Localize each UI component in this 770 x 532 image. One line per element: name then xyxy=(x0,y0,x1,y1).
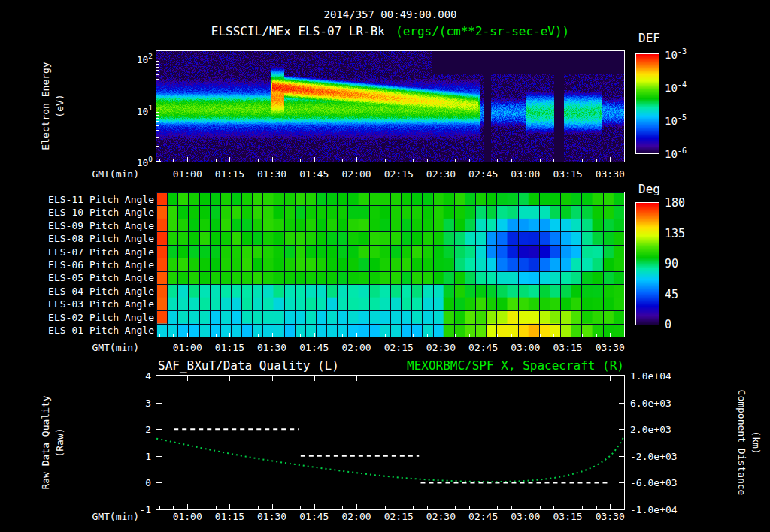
pitch-angle-canvas xyxy=(156,192,624,337)
energy-tick-label: 101 xyxy=(137,104,153,116)
flux-colorbar-tick-label: 10-5 xyxy=(665,113,687,127)
time-tick-label: 01:45 xyxy=(299,342,329,353)
quality-axis-tick-label: 2 xyxy=(145,424,151,435)
plot-timestamp-title: 2014/357 00:49:00.000 xyxy=(156,8,624,20)
distance-axis-tick-label: -2.0e+03 xyxy=(630,450,678,461)
time-tick-label: 02:00 xyxy=(341,168,371,180)
deg-colorbar-tick-label: 180 xyxy=(665,196,685,210)
time-tick-label: 03:00 xyxy=(511,511,540,522)
time-tick-label: 01:00 xyxy=(173,511,202,522)
distance-axis-tick-label: 1.0e+04 xyxy=(630,370,671,382)
pitch-row-label: ELS-04 Pitch Angle xyxy=(48,285,154,296)
time-tick-label: 01:30 xyxy=(257,342,286,353)
time-tick-label: 01:45 xyxy=(299,511,329,522)
time-tick-label: 01:30 xyxy=(257,511,286,522)
spectrogram-y-axis-label-line1: Electron Energy xyxy=(38,62,53,150)
time-tick-label: 03:15 xyxy=(553,511,582,522)
time-tick-label: 03:30 xyxy=(596,168,625,180)
time-tick-label: 02:30 xyxy=(426,168,456,180)
pitch-row-label: ELS-03 Pitch Angle xyxy=(48,298,154,310)
deg-colorbar-canvas xyxy=(636,203,659,325)
time-tick-label: 03:00 xyxy=(511,342,540,353)
time-tick-label: 03:30 xyxy=(596,342,625,353)
time-tick-label: 01:00 xyxy=(173,168,202,180)
flux-colorbar-title: DEF xyxy=(638,31,660,45)
pitch-row-label: ELS-07 Pitch Angle xyxy=(48,246,154,257)
gmt-label-middle: GMT(min) xyxy=(92,342,139,353)
cdaweb-plot-page: 2014/357 00:49:00.000 ELSSCIL/MEx ELS-07… xyxy=(0,0,770,532)
time-tick-label: 02:45 xyxy=(468,342,498,353)
flux-colorbar-canvas xyxy=(636,54,659,153)
instrument-title: ELSSCIL/MEx ELS-07 LR-Bk xyxy=(211,24,385,38)
deg-colorbar-tick-label: 90 xyxy=(665,257,678,271)
time-tick-label: 01:30 xyxy=(257,168,286,180)
gmt-label-bottom: GMT(min) xyxy=(92,511,139,522)
distance-axis-tick-label: -1.0e+04 xyxy=(630,504,678,515)
quality-y-axis-label-line2: (Raw) xyxy=(53,395,67,489)
gmt-label-top: GMT(min) xyxy=(92,168,139,180)
time-tick-label: 03:30 xyxy=(596,511,625,522)
time-tick-label: 02:30 xyxy=(426,511,456,522)
time-tick-label: 01:45 xyxy=(299,168,329,180)
flux-colorbar xyxy=(635,53,659,154)
quality-axis-tick-label: 1 xyxy=(145,450,151,461)
time-tick-label: 01:15 xyxy=(215,511,244,522)
quality-axis-tick-label: 0 xyxy=(145,477,151,488)
time-tick-label: 02:15 xyxy=(384,511,414,522)
distance-axis-tick-label: -6.0e+03 xyxy=(630,477,678,488)
quality-axis-tick-label: 4 xyxy=(145,370,151,382)
lineplot-panel xyxy=(156,375,625,510)
pitch-row-label: ELS-08 Pitch Angle xyxy=(48,233,154,244)
distance-axis-tick-label: 6.0e+03 xyxy=(630,397,671,408)
pitch-row-label: ELS-11 Pitch Angle xyxy=(48,193,154,204)
flux-colorbar-tick-label: 10-3 xyxy=(665,47,687,61)
time-tick-label: 03:15 xyxy=(553,342,582,353)
time-tick-label: 01:00 xyxy=(173,342,202,353)
distance-axis-tick-label: 2.0e+03 xyxy=(630,424,671,435)
distance-y-axis-label: (km) Component Distance xyxy=(735,390,763,496)
time-tick-label: 02:00 xyxy=(341,511,371,522)
energy-tick-label: 100 xyxy=(137,155,153,168)
deg-colorbar-tick-label: 135 xyxy=(665,227,685,240)
quality-axis-tick-label: 3 xyxy=(145,397,151,408)
pitch-row-label: ELS-01 Pitch Angle xyxy=(48,325,154,336)
energy-tick-label: 102 xyxy=(137,53,153,65)
distance-y-axis-label-line1: Component Distance xyxy=(735,390,749,496)
quality-y-axis-label: Raw Data Quality (Raw) xyxy=(38,395,67,489)
electron-spectrogram-canvas xyxy=(156,51,624,162)
flux-units-label: (ergs/(cm**2-sr-sec-eV)) xyxy=(396,24,569,38)
deg-colorbar-title: Deg xyxy=(638,182,660,196)
pitch-row-label: ELS-09 Pitch Angle xyxy=(48,219,154,231)
time-tick-label: 03:00 xyxy=(511,168,540,180)
pitch-row-label: ELS-05 Pitch Angle xyxy=(48,272,154,283)
lineplot-canvas xyxy=(156,376,624,509)
time-tick-label: 02:45 xyxy=(468,511,498,522)
time-tick-label: 01:15 xyxy=(215,168,244,180)
quality-axis-tick-label: -1 xyxy=(139,504,151,515)
time-tick-label: 02:30 xyxy=(426,342,456,353)
electron-spectrogram-panel xyxy=(156,50,625,162)
time-tick-label: 02:15 xyxy=(384,342,414,353)
time-tick-label: 03:15 xyxy=(553,168,582,180)
quality-y-axis-label-line1: Raw Data Quality xyxy=(38,395,53,489)
pitch-angle-panel xyxy=(156,192,625,337)
spectrogram-y-axis-label: Electron Energy (eV) xyxy=(38,62,67,150)
flux-colorbar-tick-label: 10-4 xyxy=(665,80,687,94)
deg-colorbar-tick-label: 45 xyxy=(665,288,678,301)
time-tick-label: 02:00 xyxy=(341,342,371,353)
lineplot-title-right: MEXORBMC/SPF X, Spacecraft (R) xyxy=(407,358,624,373)
pitch-row-label: ELS-02 Pitch Angle xyxy=(48,311,154,322)
lineplot-title-left: SAF_BXuT/Data Quality (L) xyxy=(158,358,339,373)
spectrogram-y-axis-label-line2: (eV) xyxy=(53,62,67,150)
pitch-row-label: ELS-06 Pitch Angle xyxy=(48,259,154,271)
deg-colorbar xyxy=(635,202,659,325)
time-tick-label: 02:45 xyxy=(468,168,498,180)
plot-subtitle: ELSSCIL/MEx ELS-07 LR-Bk(ergs/(cm**2-sr-… xyxy=(156,24,624,38)
flux-colorbar-tick-label: 10-6 xyxy=(665,147,687,160)
time-tick-label: 02:15 xyxy=(384,168,414,180)
time-tick-label: 01:15 xyxy=(215,342,244,353)
deg-colorbar-tick-label: 0 xyxy=(665,318,671,331)
pitch-row-label: ELS-10 Pitch Angle xyxy=(48,207,154,218)
distance-y-axis-label-units: (km) xyxy=(749,390,763,496)
